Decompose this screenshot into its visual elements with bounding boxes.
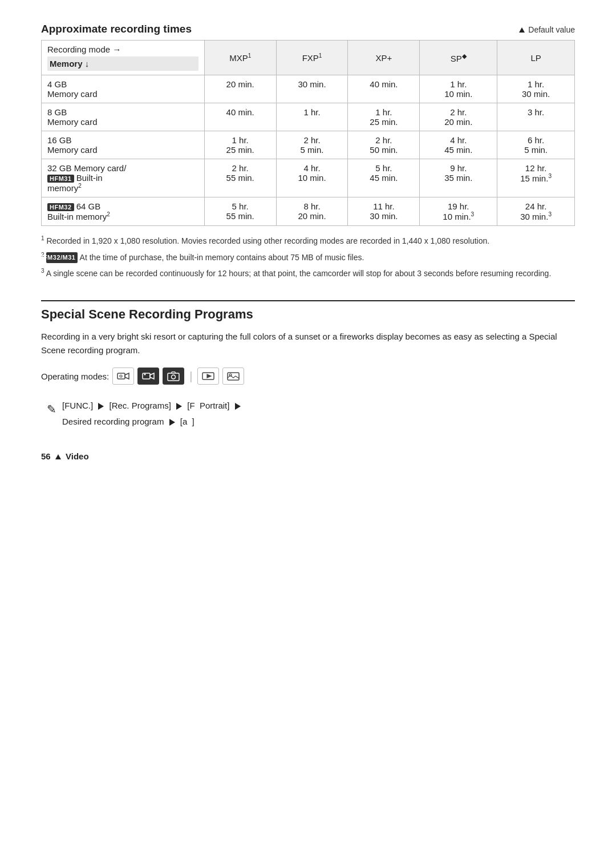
operating-modes-label: Operating modes: (41, 372, 109, 381)
recording-times-section: Approximate recording times Default valu… (41, 23, 575, 280)
a-label: [a ] (180, 417, 194, 426)
table-row: 8 GBMemory card 40 min. 1 hr. 1 hr.25 mi… (42, 103, 575, 131)
data-cell: 9 hr.35 min. (420, 159, 497, 197)
instruction-line-1: [FUNC.] [Rec. Programs] [F Portrait] (62, 398, 244, 413)
default-value-note: Default value (519, 25, 575, 34)
hfm31-badge: HFM31 (47, 175, 74, 183)
data-cell: 40 min. (348, 75, 420, 103)
data-cell: 4 hr.10 min. (276, 159, 348, 197)
memory-label: 4 GBMemory card (42, 75, 205, 103)
data-cell: 2 hr.20 min. (420, 103, 497, 131)
mode-camcorder-icon (112, 368, 134, 385)
hfm32-badge: HFM32 (47, 203, 74, 211)
footer-section-label: Video (66, 451, 89, 461)
memory-label: HFM32 64 GB Built-in memory2 (42, 197, 205, 226)
svg-point-5 (144, 374, 146, 376)
section-title: Approximate recording times (41, 23, 192, 35)
data-cell: 20 min. (204, 75, 276, 103)
table-header: Recording mode → Memory ↓ MXP1 FXP1 XP+ … (42, 41, 575, 75)
data-cell: 24 hr.30 min.3 (497, 197, 575, 226)
recording-table: Recording mode → Memory ↓ MXP1 FXP1 XP+ … (41, 40, 575, 226)
data-cell: 8 hr.20 min. (276, 197, 348, 226)
data-cell: 2 hr.50 min. (348, 131, 420, 159)
data-cell: 1 hr.10 min. (420, 75, 497, 103)
func-label: [FUNC.] (62, 401, 93, 410)
data-cell: 6 hr.5 min. (497, 131, 575, 159)
special-scene-section: Special Scene Recording Programs Recordi… (41, 300, 575, 429)
svg-marker-9 (207, 374, 211, 378)
footnote-3: 3 A single scene can be recorded continu… (41, 267, 575, 280)
col-header-fxp: FXP1 (276, 41, 348, 75)
table-row: 4 GBMemory card 20 min. 30 min. 40 min. … (42, 75, 575, 103)
arrow-icon-1 (98, 403, 104, 410)
svg-rect-3 (143, 373, 150, 379)
diamond-icon (519, 27, 525, 33)
data-cell: 1 hr.25 min. (348, 103, 420, 131)
special-scene-title: Special Scene Recording Programs (41, 307, 575, 322)
page-number: 56 (41, 451, 51, 461)
svg-marker-4 (150, 373, 154, 379)
mode-playback-video-icon (197, 368, 219, 385)
data-cell: 40 min. (204, 103, 276, 131)
instruction-block: ✎ [FUNC.] [Rec. Programs] [F Portrait] D… (41, 398, 575, 429)
col-header-sp: SP◆ (420, 41, 497, 75)
data-cell: 11 hr.30 min. (348, 197, 420, 226)
desired-label: Desired recording program (62, 417, 164, 426)
instruction-text: [FUNC.] [Rec. Programs] [F Portrait] Des… (62, 398, 244, 429)
rec-programs-label: [Rec. Programs] (110, 401, 171, 410)
svg-point-11 (229, 374, 232, 376)
special-scene-description: Recording in a very bright ski resort or… (41, 330, 575, 357)
data-cell: 2 hr.55 min. (204, 159, 276, 197)
data-cell: 12 hr.15 min.3 (497, 159, 575, 197)
svg-rect-0 (117, 373, 125, 379)
table-header-row: Approximate recording times Default valu… (41, 23, 575, 35)
memory-label: 8 GBMemory card (42, 103, 205, 131)
data-cell: 3 hr. (497, 103, 575, 131)
data-cell: 1 hr. (276, 103, 348, 131)
table-row: 16 GBMemory card 1 hr.25 min. 2 hr.5 min… (42, 131, 575, 159)
footnotes: 1 Recorded in 1,920 x 1,080 resolution. … (41, 234, 575, 280)
svg-marker-1 (125, 373, 129, 379)
portrait-label: [F Portrait] (187, 401, 229, 410)
data-cell: 30 min. (276, 75, 348, 103)
svg-point-2 (120, 375, 122, 377)
mode-separator: | (189, 370, 192, 383)
data-cell: 5 hr.45 min. (348, 159, 420, 197)
col-header-mxp: MXP1 (204, 41, 276, 75)
col-header-lp: LP (497, 41, 575, 75)
memory-label: 32 GB Memory card/ HFM31 Built-in memory… (42, 159, 205, 197)
hand-icon: ✎ (47, 399, 56, 419)
footnote-1: 1 Recorded in 1,920 x 1,080 resolution. … (41, 234, 575, 247)
arrow-icon-4 (169, 419, 175, 426)
data-cell: 2 hr.5 min. (276, 131, 348, 159)
table-row: 32 GB Memory card/ HFM31 Built-in memory… (42, 159, 575, 197)
data-cell: 5 hr.55 min. (204, 197, 276, 226)
col-header-mode: Recording mode → Memory ↓ (42, 41, 205, 75)
arrow-icon-2 (176, 403, 182, 410)
operating-modes-row: Operating modes: | (41, 368, 575, 385)
col-header-xpplus: XP+ (348, 41, 420, 75)
mode-video-record-icon (137, 368, 159, 385)
footnote-2: 2 HFM32/M31 At the time of purchase, the… (41, 251, 575, 264)
data-cell: 1 hr.25 min. (204, 131, 276, 159)
data-cell: 19 hr.10 min.3 (420, 197, 497, 226)
data-cell: 4 hr.45 min. (420, 131, 497, 159)
diamond-bullet-footer (55, 454, 61, 459)
mode-playback-photo-icon (222, 368, 244, 385)
hfm32m31-badge: HFM32/M31 (46, 252, 78, 263)
memory-label: 16 GBMemory card (42, 131, 205, 159)
instruction-line-2: Desired recording program [a ] (62, 414, 244, 429)
page-footer: 56 Video (41, 451, 575, 461)
svg-point-7 (172, 375, 176, 379)
table-row: HFM32 64 GB Built-in memory2 5 hr.55 min… (42, 197, 575, 226)
mode-photo-icon (163, 368, 184, 385)
arrow-icon-3 (235, 403, 241, 410)
memory-subheader: Memory ↓ (47, 56, 198, 71)
data-cell: 1 hr.30 min. (497, 75, 575, 103)
svg-rect-6 (168, 373, 179, 381)
